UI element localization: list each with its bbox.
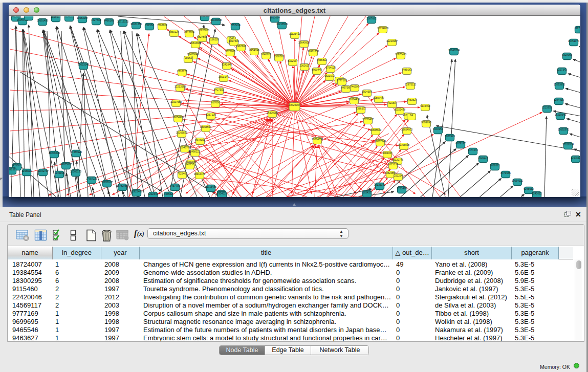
svg-text:14136141: 14136141 bbox=[374, 183, 385, 186]
svg-text:1156829: 1156829 bbox=[21, 169, 31, 172]
svg-text:16914479: 16914479 bbox=[194, 172, 205, 176]
svg-text:13353594: 13353594 bbox=[200, 125, 211, 128]
svg-text:16543382: 16543382 bbox=[190, 41, 201, 45]
svg-text:13226053: 13226053 bbox=[198, 29, 209, 32]
svg-text:9457791: 9457791 bbox=[170, 184, 180, 187]
svg-text:10688609: 10688609 bbox=[370, 128, 381, 132]
svg-text:18807249: 18807249 bbox=[375, 140, 386, 143]
svg-text:9899695: 9899695 bbox=[421, 121, 431, 124]
svg-text:1588520: 1588520 bbox=[274, 55, 284, 58]
svg-text:12923468: 12923468 bbox=[131, 190, 142, 193]
svg-text:2718176: 2718176 bbox=[177, 70, 187, 73]
svg-text:19975867: 19975867 bbox=[60, 163, 72, 166]
svg-text:26300285: 26300285 bbox=[267, 111, 278, 114]
svg-text:9474444: 9474444 bbox=[468, 148, 478, 151]
svg-text:2967608: 2967608 bbox=[236, 45, 246, 48]
svg-text:10025438: 10025438 bbox=[394, 108, 405, 111]
svg-text:8454749: 8454749 bbox=[249, 49, 259, 52]
svg-text:8813014: 8813014 bbox=[270, 16, 280, 19]
svg-text:19166825: 19166825 bbox=[176, 131, 187, 134]
svg-text:64: 64 bbox=[410, 114, 413, 117]
svg-text:9084067: 9084067 bbox=[382, 151, 393, 155]
svg-text:16671355: 16671355 bbox=[130, 23, 142, 26]
svg-text:98962: 98962 bbox=[185, 56, 192, 59]
svg-text:8267130: 8267130 bbox=[206, 113, 216, 116]
svg-text:15716485: 15716485 bbox=[205, 185, 216, 188]
svg-text:22420046: 22420046 bbox=[187, 53, 199, 56]
svg-text:9777169: 9777169 bbox=[337, 79, 347, 82]
svg-text:1498222: 1498222 bbox=[190, 150, 200, 153]
svg-text:19384554: 19384554 bbox=[312, 138, 323, 141]
svg-text:8471636: 8471636 bbox=[500, 171, 511, 174]
svg-text:1640954: 1640954 bbox=[433, 127, 443, 130]
svg-text:1244415: 1244415 bbox=[554, 98, 564, 101]
svg-text:11325419: 11325419 bbox=[289, 32, 300, 35]
svg-text:10653267: 10653267 bbox=[77, 16, 88, 19]
svg-text:20364436: 20364436 bbox=[349, 98, 360, 101]
svg-text:6879197: 6879197 bbox=[455, 142, 466, 145]
svg-text:39139: 39139 bbox=[9, 168, 15, 171]
svg-text:12213967: 12213967 bbox=[386, 39, 398, 42]
svg-text:19654985: 19654985 bbox=[172, 116, 184, 119]
svg-text:16120746: 16120746 bbox=[392, 158, 403, 161]
svg-text:15751074: 15751074 bbox=[568, 39, 579, 42]
svg-text:17016504: 17016504 bbox=[562, 143, 574, 146]
svg-text:1603380: 1603380 bbox=[200, 16, 210, 17]
svg-text:20053346: 20053346 bbox=[78, 63, 89, 66]
svg-text:1527602: 1527602 bbox=[91, 18, 101, 21]
svg-text:8938923: 8938923 bbox=[445, 135, 455, 138]
svg-text:16154808: 16154808 bbox=[377, 27, 388, 30]
svg-text:9329966: 9329966 bbox=[562, 53, 572, 56]
svg-text:617006: 617006 bbox=[211, 101, 220, 104]
svg-text:746206: 746206 bbox=[351, 85, 359, 88]
svg-text:16033809: 16033809 bbox=[210, 18, 222, 21]
svg-text:9245012: 9245012 bbox=[532, 192, 542, 195]
svg-text:9463627: 9463627 bbox=[407, 98, 417, 101]
svg-text:3824554: 3824554 bbox=[362, 90, 372, 93]
svg-text:15720407: 15720407 bbox=[362, 118, 374, 121]
svg-text:9146821: 9146821 bbox=[261, 53, 271, 56]
svg-text:6466160: 6466160 bbox=[104, 19, 114, 22]
svg-text:6497568: 6497568 bbox=[341, 86, 351, 89]
svg-text:165432: 165432 bbox=[363, 191, 372, 194]
svg-text:7485063: 7485063 bbox=[402, 68, 412, 71]
svg-text:3215955: 3215955 bbox=[542, 106, 552, 109]
svg-text:15692971: 15692971 bbox=[558, 128, 569, 131]
svg-text:6794028: 6794028 bbox=[325, 66, 336, 69]
svg-text:16640910: 16640910 bbox=[298, 41, 310, 44]
svg-text:1621072: 1621072 bbox=[324, 74, 335, 77]
svg-text:435081: 435081 bbox=[13, 164, 21, 167]
svg-text:10046788: 10046788 bbox=[179, 146, 190, 149]
svg-text:10107553: 10107553 bbox=[170, 100, 182, 103]
svg-text:2935114: 2935114 bbox=[478, 156, 488, 159]
svg-text:6322037: 6322037 bbox=[288, 59, 298, 62]
svg-text:16648784: 16648784 bbox=[448, 49, 460, 52]
svg-text:9156320: 9156320 bbox=[64, 16, 74, 18]
svg-text:1856977: 1856977 bbox=[51, 16, 61, 18]
svg-text:1733426: 1733426 bbox=[397, 187, 407, 190]
svg-text:16961758: 16961758 bbox=[308, 50, 319, 53]
svg-text:1145194: 1145194 bbox=[54, 171, 64, 174]
svg-text:252254: 252254 bbox=[394, 174, 403, 177]
svg-text:12975115: 12975115 bbox=[405, 83, 416, 86]
svg-text:12213363: 12213363 bbox=[175, 85, 186, 88]
svg-text:62160: 62160 bbox=[388, 101, 396, 104]
svg-text:17359924: 17359924 bbox=[71, 150, 82, 154]
svg-text:9827506: 9827506 bbox=[229, 39, 239, 42]
svg-text:12093873: 12093873 bbox=[554, 83, 565, 86]
svg-text:8990448: 8990448 bbox=[312, 68, 322, 71]
svg-text:8678352: 8678352 bbox=[195, 138, 205, 141]
svg-text:9245652: 9245652 bbox=[524, 187, 534, 190]
svg-text:10973493: 10973493 bbox=[395, 53, 406, 56]
svg-text:16210643: 16210643 bbox=[555, 113, 566, 116]
svg-text:7955812: 7955812 bbox=[317, 58, 327, 61]
svg-text:10807487: 10807487 bbox=[373, 96, 384, 99]
svg-text:9827503: 9827503 bbox=[197, 35, 207, 38]
svg-text:1615132: 1615132 bbox=[388, 163, 398, 166]
svg-text:95432: 95432 bbox=[219, 192, 226, 195]
svg-text:20691406: 20691406 bbox=[37, 19, 48, 22]
svg-text:7663822: 7663822 bbox=[157, 24, 167, 27]
svg-text:2005334: 2005334 bbox=[24, 16, 34, 17]
svg-text:943562: 943562 bbox=[164, 192, 173, 195]
svg-text:12505135: 12505135 bbox=[70, 170, 81, 173]
